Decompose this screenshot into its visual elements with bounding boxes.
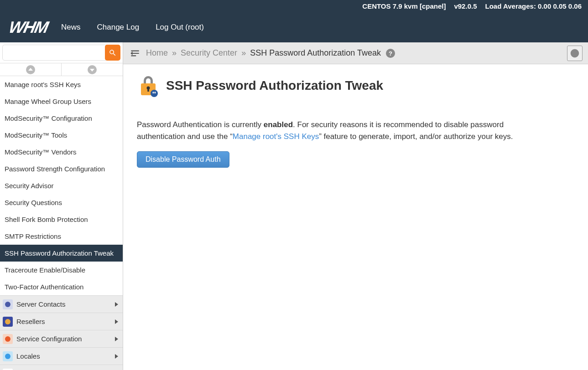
version-info: v92.0.5 [454, 2, 477, 10]
search-input[interactable] [2, 45, 107, 61]
sidebar-group[interactable]: Locales [0, 347, 123, 365]
sidebar: Manage root's SSH KeysManage Wheel Group… [0, 42, 123, 370]
breadcrumb-bar: Home » Security Center » SSH Password Au… [123, 42, 588, 64]
svg-text:**: ** [152, 91, 156, 96]
group-icon [3, 351, 13, 361]
sidebar-group[interactable]: Server Contacts [0, 295, 123, 313]
nav-news[interactable]: News [61, 23, 81, 32]
sidebar-item[interactable]: Manage root's SSH Keys [0, 76, 123, 93]
svg-point-1 [5, 319, 10, 324]
svg-point-2 [5, 336, 10, 342]
sidebar-item[interactable]: ModSecurity™ Vendors [0, 144, 123, 160]
sidebar-item[interactable]: SMTP Restrictions [0, 228, 123, 245]
chevron-up-icon [26, 65, 35, 74]
whm-logo[interactable]: WHM [7, 18, 50, 37]
status-bar: CENTOS 7.9 kvm [cpanel] v92.0.5 Load Ave… [0, 0, 588, 12]
scroll-down-button[interactable] [62, 63, 123, 76]
sidebar-item[interactable]: Security Questions [0, 194, 123, 211]
menu-toggle-button[interactable] [129, 47, 141, 60]
sidebar-group[interactable]: Backup [0, 365, 123, 370]
support-button[interactable] [567, 46, 583, 61]
breadcrumb-security[interactable]: Security Center [181, 48, 237, 57]
page-title-row: ** SSH Password Authorization Tweak [137, 74, 574, 97]
sidebar-item[interactable]: ModSecurity™ Configuration [0, 110, 123, 127]
page-title: SSH Password Authorization Tweak [166, 78, 383, 93]
os-info: CENTOS 7.9 kvm [cpanel] [362, 2, 446, 10]
content-area: Home » Security Center » SSH Password Au… [123, 42, 588, 370]
nav-bar: WHM News Change Log Log Out (root) [0, 12, 588, 42]
sidebar-item[interactable]: ModSecurity™ Tools [0, 127, 123, 144]
sidebar-item[interactable]: SSH Password Authorization Tweak [0, 245, 123, 262]
sidebar-group[interactable]: Resellers [0, 313, 123, 330]
sidebar-item[interactable]: Traceroute Enable/Disable [0, 262, 123, 278]
search-button[interactable] [105, 45, 120, 61]
breadcrumb-sep: » [172, 48, 177, 57]
sidebar-item[interactable]: Manage Wheel Group Users [0, 93, 123, 110]
chevron-right-icon [115, 302, 118, 307]
desc-pre: Password Authentication is currently [137, 120, 264, 129]
svg-point-0 [5, 302, 10, 307]
breadcrumb-sep: » [241, 48, 246, 57]
svg-point-3 [5, 354, 10, 359]
search-wrap [0, 42, 123, 63]
desc-link[interactable]: Manage root's SSH Keys [233, 132, 319, 141]
nav-logout[interactable]: Log Out (root) [156, 23, 204, 32]
sidebar-group[interactable]: Service Configuration [0, 330, 123, 347]
group-icon [3, 317, 13, 327]
menu-back-icon [129, 47, 141, 59]
collapse-controls [0, 63, 123, 76]
chevron-right-icon [115, 337, 118, 341]
sidebar-items: Manage root's SSH KeysManage Wheel Group… [0, 76, 123, 370]
group-icon [3, 299, 13, 309]
group-label: Locales [16, 352, 115, 360]
chevron-right-icon [115, 319, 118, 324]
group-label: Resellers [16, 318, 115, 325]
desc-status: enabled [264, 120, 293, 129]
group-label: Server Contacts [16, 300, 115, 308]
breadcrumb-current: SSH Password Authorization Tweak [250, 48, 381, 57]
group-icon [3, 369, 13, 370]
chevron-right-icon [115, 354, 118, 359]
desc-post: ” feature to generate, import, and/or au… [319, 132, 513, 141]
nav-changelog[interactable]: Change Log [97, 23, 139, 32]
group-label: Service Configuration [16, 335, 115, 343]
lock-icon: ** [137, 74, 160, 97]
sidebar-item[interactable]: Two-Factor Authentication [0, 278, 123, 295]
sidebar-item[interactable]: Shell Fork Bomb Protection [0, 211, 123, 228]
breadcrumb-home[interactable]: Home [146, 48, 168, 57]
chevron-down-icon [88, 65, 97, 74]
life-ring-icon [570, 48, 580, 58]
search-icon [109, 49, 117, 57]
sidebar-item[interactable]: Password Strength Configuration [0, 160, 123, 177]
sidebar-item[interactable]: Security Advisor [0, 177, 123, 194]
group-icon [3, 334, 13, 344]
load-info: Load Averages: 0.00 0.05 0.06 [485, 2, 582, 10]
disable-password-auth-button[interactable]: Disable Password Auth [137, 151, 229, 168]
main-content: ** SSH Password Authorization Tweak Pass… [123, 64, 588, 178]
scroll-up-button[interactable] [0, 63, 62, 76]
svg-rect-7 [147, 88, 149, 92]
help-icon[interactable]: ? [386, 49, 395, 58]
breadcrumb: Home » Security Center » SSH Password Au… [146, 48, 567, 58]
description-text: Password Authentication is currently ena… [137, 119, 538, 142]
